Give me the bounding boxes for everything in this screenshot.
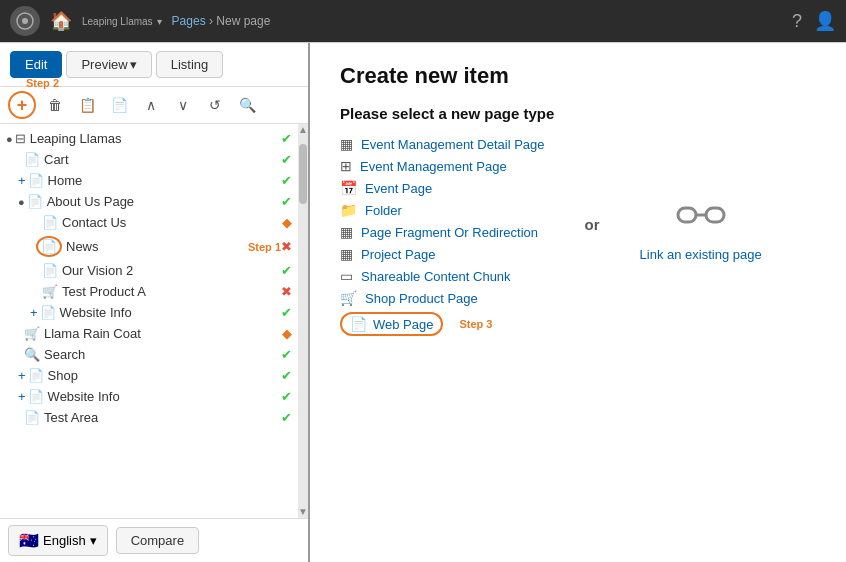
preview-label: Preview <box>81 57 127 72</box>
status-icon: ✖ <box>281 239 292 254</box>
tree-item[interactable]: + 📄 Website Info ✔ <box>0 302 298 323</box>
toolbar: Step 2 + 🗑 📋 📄 ∧ ∨ ↺ 🔍 <box>0 87 308 124</box>
tree-item[interactable]: 📄 Test Area ✔ <box>0 407 298 428</box>
page-type-web-page[interactable]: 📄 Web Page Step 3 <box>340 312 545 336</box>
tree-item[interactable]: + 📄 Website Info ✔ <box>0 386 298 407</box>
page-type-folder[interactable]: 📁 Folder <box>340 202 545 218</box>
page-type-label: Page Fragment Or Redirection <box>361 225 538 240</box>
scroll-thumb[interactable] <box>299 144 307 204</box>
tree-scrollbar[interactable]: ▲ ▼ <box>298 124 308 518</box>
preview-arrow-icon: ▾ <box>130 57 137 72</box>
grid2-icon: ⊞ <box>340 158 352 174</box>
brand-name[interactable]: Leaping Llamas ▾ <box>82 16 162 27</box>
delete-button[interactable]: 🗑 <box>42 92 68 118</box>
page-icon: 📄 <box>40 305 56 320</box>
tree-item[interactable]: 📄 News Step 1 ✖ <box>0 233 298 260</box>
page-type-list: ▦ Event Management Detail Page ⊞ Event M… <box>340 136 545 336</box>
topbar-right: ? 👤 <box>792 10 836 32</box>
status-icon: ✔ <box>281 305 292 320</box>
breadcrumb: Pages › New page <box>172 14 271 28</box>
status-icon: ✔ <box>281 410 292 425</box>
compare-button[interactable]: Compare <box>116 527 199 554</box>
collapse-icon[interactable]: + <box>18 368 26 383</box>
copy-button[interactable]: 📋 <box>74 92 100 118</box>
search-button[interactable]: 🔍 <box>234 92 260 118</box>
tree-item[interactable]: 📄 Contact Us ◆ <box>0 212 298 233</box>
page-button[interactable]: 📄 <box>106 92 132 118</box>
refresh-button[interactable]: ↺ <box>202 92 228 118</box>
collapse-icon[interactable]: ● <box>18 196 25 208</box>
page-icon: 📄 <box>24 152 40 167</box>
tree-item[interactable]: + 📄 Shop ✔ <box>0 365 298 386</box>
scroll-down-arrow[interactable]: ▼ <box>298 506 308 518</box>
cart-icon: 🛒 <box>24 326 40 341</box>
page-subtitle: Please select a new page type <box>340 105 816 122</box>
tree-item[interactable]: 🛒 Llama Rain Coat ◆ <box>0 323 298 344</box>
move-up-button[interactable]: ∧ <box>138 92 164 118</box>
step3-label: Step 3 <box>459 318 492 330</box>
collapse-icon[interactable]: + <box>30 305 38 320</box>
page-icon: 📄 <box>24 410 40 425</box>
tree-item[interactable]: + 📄 Home ✔ <box>0 170 298 191</box>
page-title: Create new item <box>340 63 816 89</box>
tree-item[interactable]: 📄 Our Vision 2 ✔ <box>0 260 298 281</box>
language-button[interactable]: 🇦🇺 English ▾ <box>8 525 108 556</box>
collapse-icon[interactable]: + <box>18 389 26 404</box>
home-icon[interactable]: 🏠 <box>50 10 72 32</box>
link-existing-page[interactable]: Link an existing page <box>640 247 762 262</box>
status-icon: ✔ <box>281 389 292 404</box>
tree-item-label: Leaping Llamas <box>30 131 281 146</box>
bottom-bar: 🇦🇺 English ▾ Compare <box>0 518 308 562</box>
left-panel: Edit Preview ▾ Listing Step 2 + 🗑 📋 📄 ∧ … <box>0 43 310 562</box>
page-type-event[interactable]: 📅 Event Page <box>340 180 545 196</box>
page-type-event-mgmt[interactable]: ⊞ Event Management Page <box>340 158 545 174</box>
cart-icon: 🛒 <box>42 284 58 299</box>
tree-item-label: About Us Page <box>47 194 281 209</box>
webpage-icon: 📄 <box>350 316 367 332</box>
page-icon: 📄 <box>27 194 43 209</box>
page-type-label: Web Page <box>373 317 433 332</box>
language-label: English <box>43 533 86 548</box>
breadcrumb-pages-link[interactable]: Pages <box>172 14 206 28</box>
tab-edit[interactable]: Edit <box>10 51 62 78</box>
page-type-event-mgmt-detail[interactable]: ▦ Event Management Detail Page <box>340 136 545 152</box>
scroll-up-arrow[interactable]: ▲ <box>298 124 308 136</box>
user-icon[interactable]: 👤 <box>814 10 836 32</box>
tree-item[interactable]: 🔍 Search ✔ <box>0 344 298 365</box>
page-type-shareable[interactable]: ▭ Shareable Content Chunk <box>340 268 545 284</box>
page-type-shop-product[interactable]: 🛒 Shop Product Page <box>340 290 545 306</box>
status-icon: ✔ <box>281 152 292 167</box>
fragment-icon: ▦ <box>340 224 353 240</box>
app-icon[interactable] <box>10 6 40 36</box>
tree-item-label: Test Product A <box>62 284 281 299</box>
status-icon: ✖ <box>281 284 292 299</box>
web-page-circle: 📄 Web Page <box>340 312 443 336</box>
svg-point-1 <box>22 18 28 24</box>
tree-item-label: Llama Rain Coat <box>44 326 282 341</box>
main-layout: Edit Preview ▾ Listing Step 2 + 🗑 📋 📄 ∧ … <box>0 42 846 562</box>
tree-item-label: Test Area <box>44 410 281 425</box>
status-icon: ✔ <box>281 194 292 209</box>
tab-listing[interactable]: Listing <box>156 51 224 78</box>
search-tree-icon: 🔍 <box>24 347 40 362</box>
tree-item[interactable]: ● 📄 About Us Page ✔ <box>0 191 298 212</box>
svg-rect-2 <box>678 208 696 222</box>
collapse-icon[interactable]: ● <box>6 133 13 145</box>
page-icon: 📄 <box>28 389 44 404</box>
add-button[interactable]: + <box>8 91 36 119</box>
page-type-label: Shop Product Page <box>365 291 478 306</box>
tree-item[interactable]: 🛒 Test Product A ✖ <box>0 281 298 302</box>
page-type-label: Project Page <box>361 247 435 262</box>
page-type-project[interactable]: ▦ Project Page <box>340 246 545 262</box>
page-icon: 📄 <box>42 263 58 278</box>
tree-item-label: Contact Us <box>62 215 282 230</box>
help-icon[interactable]: ? <box>792 11 802 32</box>
page-type-fragment[interactable]: ▦ Page Fragment Or Redirection <box>340 224 545 240</box>
or-label: or <box>585 216 600 233</box>
move-down-button[interactable]: ∨ <box>170 92 196 118</box>
tree-item[interactable]: 📄 Cart ✔ <box>0 149 298 170</box>
status-icon: ◆ <box>282 215 292 230</box>
collapse-icon[interactable]: + <box>18 173 26 188</box>
tab-preview[interactable]: Preview ▾ <box>66 51 151 78</box>
tree-item[interactable]: ● ⊟ Leaping Llamas ✔ <box>0 128 298 149</box>
